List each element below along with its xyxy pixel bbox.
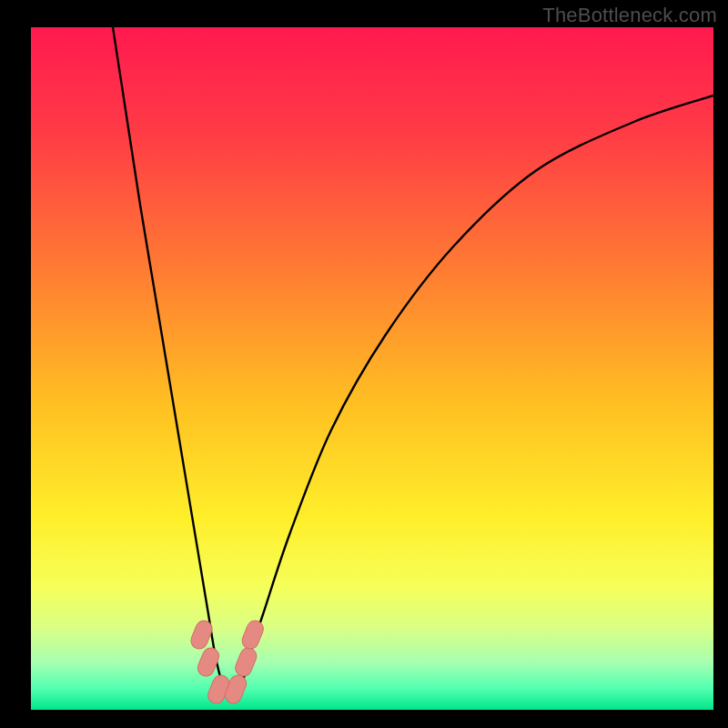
watermark-text: TheBottleneck.com	[542, 4, 717, 27]
plot-area	[31, 27, 713, 710]
chart-frame: TheBottleneck.com	[0, 0, 728, 728]
chart-svg	[31, 27, 713, 710]
gradient-background	[31, 27, 713, 710]
